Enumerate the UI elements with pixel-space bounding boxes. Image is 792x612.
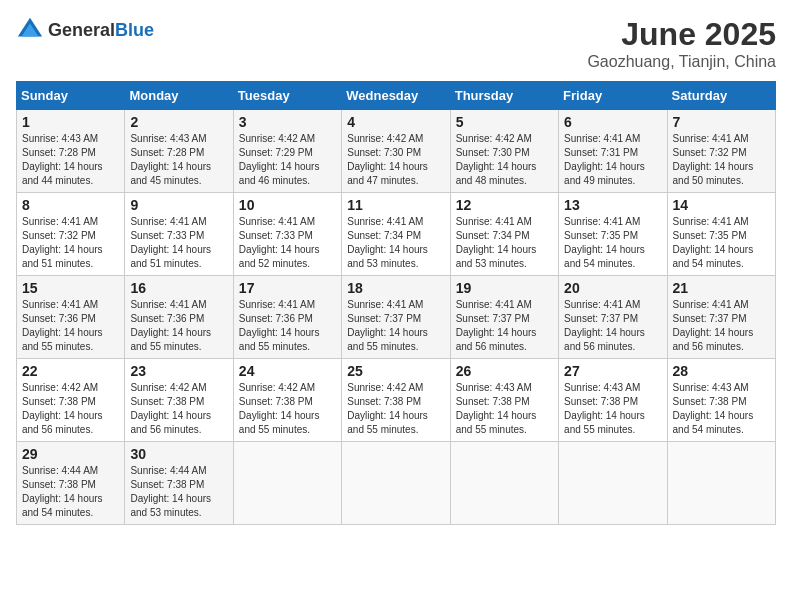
day-detail: Sunrise: 4:41 AMSunset: 7:37 PMDaylight:… [347,299,428,352]
day-detail: Sunrise: 4:41 AMSunset: 7:34 PMDaylight:… [347,216,428,269]
calendar-cell: 20 Sunrise: 4:41 AMSunset: 7:37 PMDaylig… [559,276,667,359]
calendar-cell [233,442,341,525]
col-saturday: Saturday [667,82,775,110]
day-detail: Sunrise: 4:41 AMSunset: 7:36 PMDaylight:… [22,299,103,352]
calendar-cell: 12 Sunrise: 4:41 AMSunset: 7:34 PMDaylig… [450,193,558,276]
day-number: 26 [456,363,553,379]
month-title: June 2025 [587,16,776,53]
calendar-cell: 1 Sunrise: 4:43 AMSunset: 7:28 PMDayligh… [17,110,125,193]
day-number: 9 [130,197,227,213]
calendar-row-5: 29 Sunrise: 4:44 AMSunset: 7:38 PMDaylig… [17,442,776,525]
calendar-cell: 13 Sunrise: 4:41 AMSunset: 7:35 PMDaylig… [559,193,667,276]
day-number: 5 [456,114,553,130]
day-number: 22 [22,363,119,379]
calendar-cell: 14 Sunrise: 4:41 AMSunset: 7:35 PMDaylig… [667,193,775,276]
day-detail: Sunrise: 4:41 AMSunset: 7:37 PMDaylight:… [673,299,754,352]
day-detail: Sunrise: 4:41 AMSunset: 7:35 PMDaylight:… [673,216,754,269]
calendar-cell [342,442,450,525]
day-detail: Sunrise: 4:43 AMSunset: 7:38 PMDaylight:… [456,382,537,435]
day-detail: Sunrise: 4:41 AMSunset: 7:35 PMDaylight:… [564,216,645,269]
calendar-cell: 30 Sunrise: 4:44 AMSunset: 7:38 PMDaylig… [125,442,233,525]
calendar-cell: 7 Sunrise: 4:41 AMSunset: 7:32 PMDayligh… [667,110,775,193]
calendar-cell: 21 Sunrise: 4:41 AMSunset: 7:37 PMDaylig… [667,276,775,359]
day-detail: Sunrise: 4:41 AMSunset: 7:32 PMDaylight:… [22,216,103,269]
title-area: June 2025 Gaozhuang, Tianjin, China [587,16,776,71]
day-number: 8 [22,197,119,213]
day-number: 12 [456,197,553,213]
day-number: 16 [130,280,227,296]
calendar-cell: 9 Sunrise: 4:41 AMSunset: 7:33 PMDayligh… [125,193,233,276]
calendar-row-4: 22 Sunrise: 4:42 AMSunset: 7:38 PMDaylig… [17,359,776,442]
day-number: 2 [130,114,227,130]
day-number: 20 [564,280,661,296]
calendar-cell: 4 Sunrise: 4:42 AMSunset: 7:30 PMDayligh… [342,110,450,193]
day-detail: Sunrise: 4:41 AMSunset: 7:36 PMDaylight:… [239,299,320,352]
calendar-cell: 11 Sunrise: 4:41 AMSunset: 7:34 PMDaylig… [342,193,450,276]
calendar-cell [450,442,558,525]
day-detail: Sunrise: 4:43 AMSunset: 7:28 PMDaylight:… [130,133,211,186]
logo: GeneralBlue [16,16,154,44]
day-number: 1 [22,114,119,130]
day-detail: Sunrise: 4:41 AMSunset: 7:34 PMDaylight:… [456,216,537,269]
calendar-row-2: 8 Sunrise: 4:41 AMSunset: 7:32 PMDayligh… [17,193,776,276]
day-detail: Sunrise: 4:43 AMSunset: 7:28 PMDaylight:… [22,133,103,186]
calendar-table: Sunday Monday Tuesday Wednesday Thursday… [16,81,776,525]
calendar-cell: 5 Sunrise: 4:42 AMSunset: 7:30 PMDayligh… [450,110,558,193]
logo-icon [16,16,44,44]
calendar-cell: 25 Sunrise: 4:42 AMSunset: 7:38 PMDaylig… [342,359,450,442]
day-detail: Sunrise: 4:41 AMSunset: 7:32 PMDaylight:… [673,133,754,186]
day-number: 21 [673,280,770,296]
calendar-cell: 6 Sunrise: 4:41 AMSunset: 7:31 PMDayligh… [559,110,667,193]
day-detail: Sunrise: 4:42 AMSunset: 7:29 PMDaylight:… [239,133,320,186]
calendar-cell: 2 Sunrise: 4:43 AMSunset: 7:28 PMDayligh… [125,110,233,193]
day-number: 14 [673,197,770,213]
location-title: Gaozhuang, Tianjin, China [587,53,776,71]
calendar-cell: 10 Sunrise: 4:41 AMSunset: 7:33 PMDaylig… [233,193,341,276]
calendar-cell: 22 Sunrise: 4:42 AMSunset: 7:38 PMDaylig… [17,359,125,442]
calendar-cell [559,442,667,525]
day-number: 10 [239,197,336,213]
col-thursday: Thursday [450,82,558,110]
day-detail: Sunrise: 4:42 AMSunset: 7:38 PMDaylight:… [239,382,320,435]
day-detail: Sunrise: 4:41 AMSunset: 7:36 PMDaylight:… [130,299,211,352]
col-sunday: Sunday [17,82,125,110]
day-detail: Sunrise: 4:41 AMSunset: 7:33 PMDaylight:… [239,216,320,269]
day-number: 6 [564,114,661,130]
day-number: 7 [673,114,770,130]
calendar-row-3: 15 Sunrise: 4:41 AMSunset: 7:36 PMDaylig… [17,276,776,359]
day-detail: Sunrise: 4:44 AMSunset: 7:38 PMDaylight:… [130,465,211,518]
calendar-row-1: 1 Sunrise: 4:43 AMSunset: 7:28 PMDayligh… [17,110,776,193]
day-number: 27 [564,363,661,379]
day-number: 19 [456,280,553,296]
calendar-cell: 24 Sunrise: 4:42 AMSunset: 7:38 PMDaylig… [233,359,341,442]
calendar-cell: 15 Sunrise: 4:41 AMSunset: 7:36 PMDaylig… [17,276,125,359]
day-detail: Sunrise: 4:42 AMSunset: 7:30 PMDaylight:… [456,133,537,186]
day-number: 18 [347,280,444,296]
day-number: 24 [239,363,336,379]
col-monday: Monday [125,82,233,110]
day-detail: Sunrise: 4:42 AMSunset: 7:38 PMDaylight:… [22,382,103,435]
day-number: 4 [347,114,444,130]
day-detail: Sunrise: 4:41 AMSunset: 7:31 PMDaylight:… [564,133,645,186]
logo-general: GeneralBlue [48,20,154,41]
day-number: 28 [673,363,770,379]
calendar-cell: 27 Sunrise: 4:43 AMSunset: 7:38 PMDaylig… [559,359,667,442]
day-detail: Sunrise: 4:41 AMSunset: 7:37 PMDaylight:… [456,299,537,352]
day-detail: Sunrise: 4:41 AMSunset: 7:37 PMDaylight:… [564,299,645,352]
day-detail: Sunrise: 4:42 AMSunset: 7:38 PMDaylight:… [130,382,211,435]
calendar-cell: 3 Sunrise: 4:42 AMSunset: 7:29 PMDayligh… [233,110,341,193]
calendar-cell: 23 Sunrise: 4:42 AMSunset: 7:38 PMDaylig… [125,359,233,442]
day-number: 13 [564,197,661,213]
day-detail: Sunrise: 4:41 AMSunset: 7:33 PMDaylight:… [130,216,211,269]
day-detail: Sunrise: 4:42 AMSunset: 7:30 PMDaylight:… [347,133,428,186]
col-friday: Friday [559,82,667,110]
calendar-cell: 29 Sunrise: 4:44 AMSunset: 7:38 PMDaylig… [17,442,125,525]
calendar-cell: 18 Sunrise: 4:41 AMSunset: 7:37 PMDaylig… [342,276,450,359]
day-detail: Sunrise: 4:44 AMSunset: 7:38 PMDaylight:… [22,465,103,518]
day-number: 25 [347,363,444,379]
day-number: 23 [130,363,227,379]
day-number: 3 [239,114,336,130]
calendar-cell: 16 Sunrise: 4:41 AMSunset: 7:36 PMDaylig… [125,276,233,359]
day-number: 11 [347,197,444,213]
day-number: 15 [22,280,119,296]
